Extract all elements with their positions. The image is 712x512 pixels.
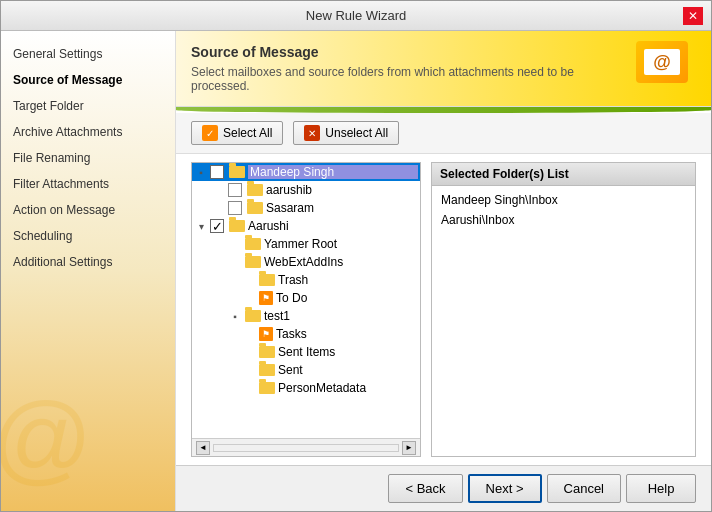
- folder-tree-container: ▪ ✓ Mandeep Singh aarushib: [191, 162, 421, 457]
- folder-icon-test1: [245, 310, 261, 322]
- next-button[interactable]: Next >: [468, 474, 542, 503]
- main-panel: Source of Message Select mailboxes and s…: [176, 31, 711, 511]
- selected-item-mandeep-inbox[interactable]: Mandeep Singh\Inbox: [436, 190, 691, 210]
- scroll-right-btn[interactable]: ►: [402, 441, 416, 455]
- checkbox-sasaram[interactable]: [228, 201, 242, 215]
- selected-folders-header: Selected Folder(s) List: [432, 163, 695, 186]
- folder-icon-trash: [259, 274, 275, 286]
- sidebar: General Settings Source of Message Targe…: [1, 31, 176, 511]
- expand-webextaddins[interactable]: [228, 255, 242, 269]
- tree-label-sasaram: Sasaram: [266, 201, 418, 215]
- email-icon-outer: @: [636, 41, 688, 83]
- expand-sent-items[interactable]: [242, 345, 256, 359]
- expand-tasks[interactable]: [242, 327, 256, 341]
- email-icon-inner: @: [644, 49, 680, 75]
- expand-mandeep[interactable]: ▪: [194, 165, 208, 179]
- select-all-button[interactable]: ✓ Select All: [191, 121, 283, 145]
- help-button[interactable]: Help: [626, 474, 696, 503]
- tree-item-test1[interactable]: ▪ test1: [192, 307, 420, 325]
- close-button[interactable]: ✕: [683, 7, 703, 25]
- folder-icon-mandeep: [229, 166, 245, 178]
- sidebar-item-archive-attachments[interactable]: Archive Attachments: [1, 119, 175, 145]
- sidebar-item-action-on-message[interactable]: Action on Message: [1, 197, 175, 223]
- sidebar-item-scheduling[interactable]: Scheduling: [1, 223, 175, 249]
- title-bar: New Rule Wizard ✕: [1, 1, 711, 31]
- header-text: Source of Message Select mailboxes and s…: [191, 44, 611, 93]
- folder-icon-yammer-root: [245, 238, 261, 250]
- tree-label-sent-items: Sent Items: [278, 345, 418, 359]
- expand-sasaram[interactable]: [212, 201, 226, 215]
- tree-item-aarushi[interactable]: ▾ ✓ Aarushi: [192, 217, 420, 235]
- tree-item-todo[interactable]: ⚑ To Do: [192, 289, 420, 307]
- scroll-left-btn[interactable]: ◄: [196, 441, 210, 455]
- folder-icon-webextaddins: [245, 256, 261, 268]
- tree-item-aarushib[interactable]: aarushib: [192, 181, 420, 199]
- tree-label-sent: Sent: [278, 363, 418, 377]
- sidebar-item-additional-settings[interactable]: Additional Settings: [1, 249, 175, 275]
- tree-item-sent-items[interactable]: Sent Items: [192, 343, 420, 361]
- expand-trash[interactable]: [242, 273, 256, 287]
- folder-icon-sent: [259, 364, 275, 376]
- selected-folders-list[interactable]: Mandeep Singh\Inbox Aarushi\Inbox: [432, 186, 695, 456]
- tree-label-tasks: Tasks: [276, 327, 418, 341]
- cancel-button[interactable]: Cancel: [547, 474, 621, 503]
- folder-tree-hscroll[interactable]: ◄ ►: [192, 438, 420, 456]
- tree-label-yammer-root: Yammer Root: [264, 237, 418, 251]
- header-section: Source of Message Select mailboxes and s…: [176, 31, 711, 107]
- tree-item-tasks[interactable]: ⚑ Tasks: [192, 325, 420, 343]
- sidebar-item-file-renaming[interactable]: File Renaming: [1, 145, 175, 171]
- lists-section: ▪ ✓ Mandeep Singh aarushib: [176, 154, 711, 465]
- tree-label-personmetadata: PersonMetadata: [278, 381, 418, 395]
- sidebar-item-general-settings[interactable]: General Settings: [1, 41, 175, 67]
- footer: < Back Next > Cancel Help: [176, 465, 711, 511]
- tree-item-sent[interactable]: Sent: [192, 361, 420, 379]
- special-icon-todo: ⚑: [259, 291, 273, 305]
- expand-personmetadata[interactable]: [242, 381, 256, 395]
- section-description: Select mailboxes and source folders from…: [191, 65, 611, 93]
- folder-tree-scroll[interactable]: ▪ ✓ Mandeep Singh aarushib: [192, 163, 420, 438]
- special-icon-tasks: ⚑: [259, 327, 273, 341]
- expand-aarushi[interactable]: ▾: [194, 219, 208, 233]
- tree-label-mandeep: Mandeep Singh: [248, 165, 418, 179]
- sidebar-item-source-of-message[interactable]: Source of Message: [1, 67, 175, 93]
- checkbox-aarushib[interactable]: [228, 183, 242, 197]
- tree-item-mandeep[interactable]: ▪ ✓ Mandeep Singh: [192, 163, 420, 181]
- sidebar-item-target-folder[interactable]: Target Folder: [1, 93, 175, 119]
- sidebar-watermark: @: [1, 381, 131, 511]
- sidebar-item-filter-attachments[interactable]: Filter Attachments: [1, 171, 175, 197]
- selected-item-aarushi-inbox[interactable]: Aarushi\Inbox: [436, 210, 691, 230]
- expand-test1[interactable]: ▪: [228, 309, 242, 323]
- toolbar: ✓ Select All ✕ Unselect All: [176, 113, 711, 154]
- checkbox-aarushi[interactable]: ✓: [210, 219, 224, 233]
- section-title: Source of Message: [191, 44, 611, 60]
- tree-label-aarushi: Aarushi: [248, 219, 418, 233]
- tree-label-trash: Trash: [278, 273, 418, 287]
- tree-item-trash[interactable]: Trash: [192, 271, 420, 289]
- tree-item-personmetadata[interactable]: PersonMetadata: [192, 379, 420, 397]
- tree-label-test1: test1: [264, 309, 418, 323]
- tree-item-sasaram[interactable]: Sasaram: [192, 199, 420, 217]
- scrollbar-horizontal: ◄ ►: [192, 439, 420, 457]
- folder-icon-personmetadata: [259, 382, 275, 394]
- scroll-track[interactable]: [213, 444, 399, 452]
- select-all-icon: ✓: [202, 125, 218, 141]
- expand-sent[interactable]: [242, 363, 256, 377]
- checkbox-mandeep[interactable]: ✓: [210, 165, 224, 179]
- wizard-window: New Rule Wizard ✕ General Settings Sourc…: [0, 0, 712, 512]
- expand-yammer-root[interactable]: [228, 237, 242, 251]
- folder-icon-sent-items: [259, 346, 275, 358]
- unselect-all-button[interactable]: ✕ Unselect All: [293, 121, 399, 145]
- tree-label-todo: To Do: [276, 291, 418, 305]
- tree-item-webextaddins[interactable]: WebExtAddIns: [192, 253, 420, 271]
- tree-label-aarushib: aarushib: [266, 183, 418, 197]
- tree-label-webextaddins: WebExtAddIns: [264, 255, 418, 269]
- back-button[interactable]: < Back: [388, 474, 462, 503]
- expand-todo[interactable]: [242, 291, 256, 305]
- window-title: New Rule Wizard: [29, 8, 683, 23]
- tree-item-yammer-root[interactable]: Yammer Root: [192, 235, 420, 253]
- unselect-all-icon: ✕: [304, 125, 320, 141]
- content-area: General Settings Source of Message Targe…: [1, 31, 711, 511]
- expand-aarushib[interactable]: [212, 183, 226, 197]
- folder-icon-aarushi: [229, 220, 245, 232]
- folder-icon-sasaram: [247, 202, 263, 214]
